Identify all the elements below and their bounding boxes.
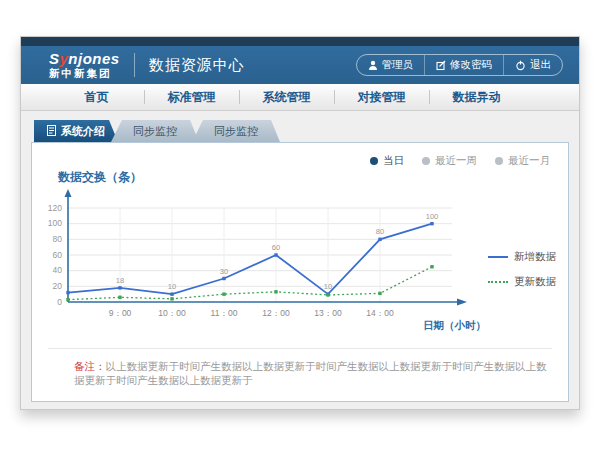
tab-bar: 系统介绍 同步监控 同步监控 — [31, 120, 569, 142]
radio-dot — [495, 157, 503, 165]
svg-text:0: 0 — [57, 297, 62, 307]
svg-text:80: 80 — [376, 227, 384, 236]
svg-text:30: 30 — [220, 267, 228, 276]
nav-item-system-mgmt[interactable]: 系统管理 — [239, 84, 334, 110]
brand-name: Synjones — [49, 51, 120, 66]
svg-text:120: 120 — [48, 203, 62, 213]
line-chart: 0204060801001209：0010：0011：0012：0013：001… — [38, 188, 488, 340]
legend-item-updated-data: 更新数据 — [488, 275, 568, 289]
power-icon — [515, 60, 526, 71]
legend-label: 更新数据 — [514, 275, 556, 289]
document-icon — [47, 125, 56, 138]
svg-text:100: 100 — [48, 218, 62, 228]
svg-text:18: 18 — [116, 276, 124, 285]
footnote-text: 以上数据更新于时间产生数据以上数据更新于时间产生数据以上数据更新于时间产生数据以… — [74, 360, 547, 386]
app-header: Synjones 新中新集团 数据资源中心 管理员 修改密码 — [21, 46, 579, 84]
range-filter-group: 当日 最近一周 最近一月 — [370, 154, 550, 168]
edit-icon — [436, 60, 446, 71]
header-user-bar: 管理员 修改密码 退出 — [356, 54, 564, 76]
y-axis-title: 数据交换（条） — [58, 169, 568, 186]
svg-text:100: 100 — [426, 212, 439, 221]
tab-system-intro[interactable]: 系统介绍 — [34, 120, 118, 142]
svg-text:40: 40 — [53, 265, 63, 275]
nav-item-standard-mgmt[interactable]: 标准管理 — [144, 84, 239, 110]
svg-text:12：00: 12：00 — [262, 308, 290, 318]
tab-label: 同步监控 — [133, 124, 177, 139]
logout-label: 退出 — [530, 58, 551, 72]
user-button[interactable]: 管理员 — [357, 55, 425, 75]
change-password-label: 修改密码 — [450, 58, 492, 72]
radio-last-month[interactable]: 最近一月 — [495, 154, 550, 168]
window-top-strip — [21, 37, 579, 46]
svg-text:60: 60 — [53, 250, 63, 260]
radio-label: 当日 — [383, 154, 404, 168]
tab-sync-monitor-1[interactable]: 同步监控 — [111, 120, 199, 142]
svg-text:9：00: 9：00 — [109, 308, 132, 318]
radio-label: 最近一周 — [435, 154, 477, 168]
app-window: Synjones 新中新集团 数据资源中心 管理员 修改密码 — [20, 36, 580, 410]
radio-today[interactable]: 当日 — [370, 154, 404, 168]
legend-item-new-data: 新增数据 — [488, 250, 568, 264]
radio-dot — [370, 157, 378, 165]
user-label: 管理员 — [382, 58, 414, 72]
svg-text:80: 80 — [53, 234, 63, 244]
svg-text:10：00: 10：00 — [158, 308, 186, 318]
nav-item-home[interactable]: 首页 — [49, 84, 144, 110]
page-title: 数据资源中心 — [149, 56, 245, 75]
svg-text:20: 20 — [53, 281, 63, 291]
svg-text:日期（小时）: 日期（小时） — [423, 319, 486, 332]
content-area: 系统介绍 同步监控 同步监控 当日 最近一周 — [21, 111, 579, 402]
tab-sync-monitor-2[interactable]: 同步监控 — [192, 120, 280, 142]
footnote-label: 备注： — [74, 360, 106, 372]
svg-text:10: 10 — [324, 282, 332, 291]
main-nav: 首页 标准管理 系统管理 对接管理 数据异动 — [21, 84, 579, 111]
tab-label: 同步监控 — [214, 124, 258, 139]
radio-last-week[interactable]: 最近一周 — [422, 154, 477, 168]
dotted-line-icon — [488, 281, 508, 283]
svg-text:60: 60 — [272, 243, 280, 252]
chart-panel: 当日 最近一周 最近一月 数据交换（条） 0204060801001209：00… — [31, 142, 569, 402]
svg-text:11：00: 11：00 — [211, 308, 238, 318]
change-password-button[interactable]: 修改密码 — [424, 55, 503, 75]
chart-legend: 新增数据 更新数据 — [488, 188, 568, 289]
chart-row: 0204060801001209：0010：0011：0012：0013：001… — [32, 188, 568, 340]
solid-line-icon — [488, 256, 508, 258]
radio-label: 最近一月 — [508, 154, 550, 168]
svg-text:14：00: 14：00 — [366, 308, 394, 318]
brand-logo: Synjones 新中新集团 — [37, 51, 120, 79]
tab-label: 系统介绍 — [61, 124, 105, 139]
svg-text:13：00: 13：00 — [314, 308, 342, 318]
nav-item-interface-mgmt[interactable]: 对接管理 — [334, 84, 429, 110]
radio-dot — [422, 157, 430, 165]
logout-button[interactable]: 退出 — [503, 55, 562, 75]
nav-item-data-change[interactable]: 数据异动 — [429, 84, 524, 110]
svg-text:10: 10 — [168, 282, 176, 291]
header-divider — [134, 53, 135, 77]
footnote: 备注：以上数据更新于时间产生数据以上数据更新于时间产生数据以上数据更新于时间产生… — [48, 348, 552, 388]
brand-company: 新中新集团 — [49, 68, 120, 79]
user-icon — [368, 60, 378, 71]
legend-label: 新增数据 — [514, 250, 556, 264]
